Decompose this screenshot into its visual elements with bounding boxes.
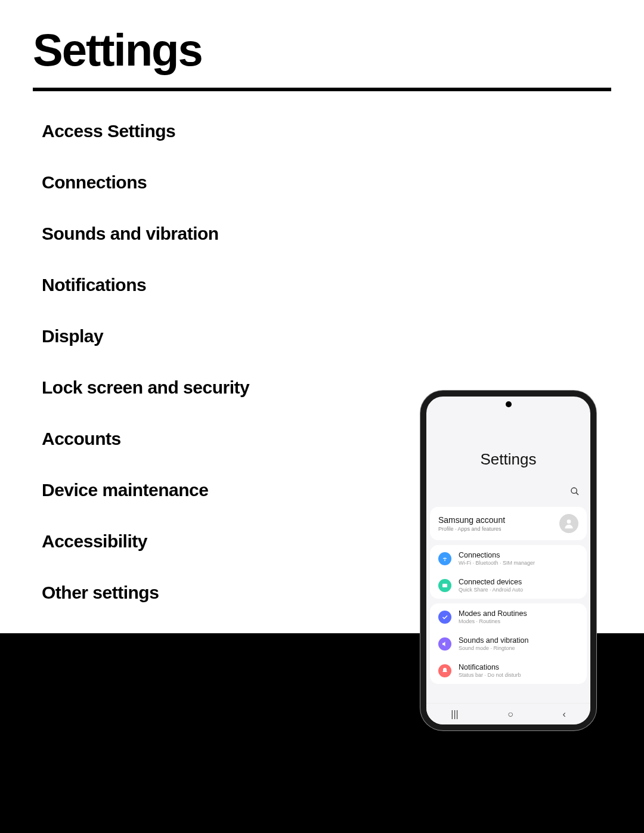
row-subtitle: Wi-Fi · Bluetooth · SIM manager (459, 560, 535, 566)
svg-point-0 (571, 488, 577, 493)
row-connections[interactable]: Connections Wi-Fi · Bluetooth · SIM mana… (430, 545, 587, 572)
page-title: Settings (0, 0, 644, 88)
toc-item-display[interactable]: Display (42, 326, 644, 346)
row-notifications[interactable]: Notifications Status bar · Do not distur… (430, 657, 587, 684)
account-title: Samsung account (438, 515, 505, 525)
row-subtitle: Modes · Routines (459, 618, 527, 624)
toc-item-sounds-vibration[interactable]: Sounds and vibration (42, 224, 644, 244)
account-card[interactable]: Samsung account Profile · Apps and featu… (430, 507, 587, 540)
bell-icon (438, 664, 451, 677)
nav-back[interactable]: ‹ (562, 709, 565, 720)
nav-recent[interactable]: ||| (451, 709, 458, 720)
row-modes-routines[interactable]: Modes and Routines Modes · Routines (430, 603, 587, 630)
row-title: Modes and Routines (459, 609, 527, 618)
phone-screen: Settings Samsung account Profile · Apps … (426, 397, 590, 724)
row-subtitle: Quick Share · Android Auto (459, 587, 523, 593)
toc-item-access-settings[interactable]: Access Settings (42, 121, 644, 141)
toc-item-notifications[interactable]: Notifications (42, 275, 644, 295)
check-icon (438, 611, 451, 624)
phone-camera-notch (506, 401, 512, 407)
settings-group: Connections Wi-Fi · Bluetooth · SIM mana… (430, 545, 587, 599)
search-row (426, 487, 590, 503)
sound-icon (438, 637, 451, 651)
row-subtitle: Status bar · Do not disturb (459, 672, 521, 678)
svg-rect-3 (442, 584, 447, 587)
phone-mockup: Settings Samsung account Profile · Apps … (420, 391, 596, 730)
row-connected-devices[interactable]: Connected devices Quick Share · Android … (430, 572, 587, 599)
nav-bar: ||| ○ ‹ (426, 703, 590, 724)
row-subtitle: Sound mode · Ringtone (459, 645, 528, 651)
row-title: Notifications (459, 663, 521, 671)
search-icon[interactable] (570, 487, 580, 498)
avatar-icon (559, 514, 578, 533)
svg-line-1 (576, 493, 578, 495)
wifi-icon (438, 552, 451, 565)
row-title: Connections (459, 551, 535, 559)
row-title: Sounds and vibration (459, 636, 528, 645)
svg-point-2 (567, 519, 571, 524)
account-subtitle: Profile · Apps and features (438, 526, 505, 532)
row-title: Connected devices (459, 578, 523, 586)
row-sounds-vibration[interactable]: Sounds and vibration Sound mode · Ringto… (430, 630, 587, 657)
nav-home[interactable]: ○ (507, 709, 513, 720)
devices-icon (438, 579, 451, 592)
screen-title: Settings (426, 397, 590, 487)
toc-item-connections[interactable]: Connections (42, 172, 644, 193)
settings-group: Modes and Routines Modes · Routines Soun… (430, 603, 587, 684)
